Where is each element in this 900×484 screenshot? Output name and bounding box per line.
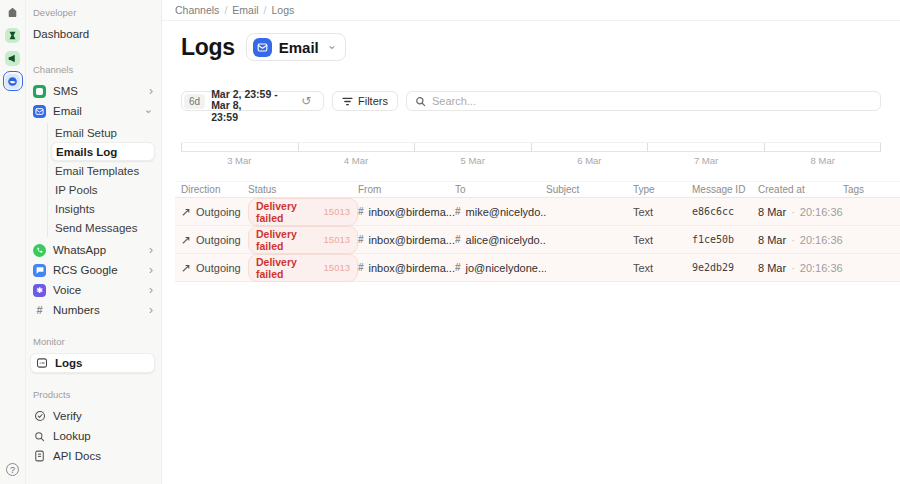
cell-created-at: 8 Mar·20:16:36: [758, 206, 843, 218]
timeline-labels: 3 Mar4 Mar5 Mar6 Mar7 Mar8 Mar: [181, 155, 881, 166]
channel-selector-dropdown[interactable]: Email ⌄: [246, 33, 346, 61]
arrow-up-right-icon: ↗: [181, 233, 191, 247]
timeline-segment: [181, 143, 298, 152]
rail-workspace-megaphone-button[interactable]: [5, 50, 21, 66]
timeline-segment: [414, 143, 531, 152]
sidebar-item-rcs-google[interactable]: RCS Google›: [33, 260, 161, 280]
section-label-channels: Channels: [33, 64, 161, 75]
date-range-picker[interactable]: 6d Mar 2, 23:59 - Mar 8, 23:59 ↺: [181, 91, 324, 111]
sidebar-subitem-label: Emails Log: [56, 146, 117, 158]
chevron-down-icon: ⌄: [144, 104, 153, 115]
sidebar-item-label: WhatsApp: [53, 244, 106, 256]
sidebar-subitem-insights[interactable]: Insights: [48, 199, 161, 218]
cell-message-id: f1ce50b: [692, 234, 758, 245]
from-address: inbox@birdema...: [369, 206, 455, 218]
column-header-subject: Subject: [546, 184, 633, 195]
message-id-value: e86c6cc: [692, 206, 734, 217]
dot-separator: ·: [791, 262, 795, 274]
rail-workspace-hourglass-button[interactable]: [5, 27, 21, 43]
rail-home-button[interactable]: [5, 4, 21, 20]
rail-workspace-bird-button[interactable]: [5, 73, 21, 89]
sidebar-item-label: Dashboard: [33, 28, 89, 40]
cell-message-id: e86c6cc: [692, 206, 758, 217]
status-code: 15013: [324, 262, 350, 273]
timeline-tick-label: 6 Mar: [531, 155, 648, 166]
timeline-axis: [181, 142, 881, 152]
home-icon: [6, 6, 19, 19]
created-time: 20:16:36: [800, 234, 843, 246]
cell-from: #inbox@birdema...: [358, 262, 455, 274]
created-time: 20:16:36: [800, 206, 843, 218]
sidebar-subitem-label: IP Pools: [55, 184, 98, 196]
sidebar-item-logs[interactable]: Logs: [30, 353, 155, 373]
sidebar-subitem-label: Insights: [55, 203, 95, 215]
rcs-icon: [33, 264, 46, 277]
table-header-row: DirectionStatusFromToSubjectTypeMessage …: [175, 181, 900, 198]
status-label: Delivery failed: [256, 200, 323, 224]
sidebar-item-api-docs[interactable]: API Docs: [33, 446, 161, 466]
sidebar-subitem-email-setup[interactable]: Email Setup: [48, 123, 161, 142]
sidebar-item-lookup[interactable]: Lookup: [33, 426, 161, 446]
sidebar-item-whatsapp[interactable]: WhatsApp›: [33, 240, 161, 260]
breadcrumb-logs[interactable]: Logs: [271, 4, 294, 16]
chevron-right-icon: ›: [149, 304, 153, 316]
breadcrumb-email[interactable]: Email: [232, 4, 258, 16]
status-label: Delivery failed: [256, 256, 323, 280]
sms-icon: [33, 85, 46, 98]
message-id-value: f1ce50b: [692, 234, 734, 245]
chevron-right-icon: ›: [149, 284, 153, 296]
status-badge: Delivery failed15013: [248, 198, 358, 226]
sidebar-subitem-emails-log[interactable]: Emails Log: [51, 142, 155, 161]
sidebar-subitem-label: Email Templates: [55, 165, 139, 177]
cell-status: Delivery failed15013: [248, 226, 358, 254]
arrow-up-right-icon: ↗: [181, 205, 191, 219]
sidebar-subitem-ip-pools[interactable]: IP Pools: [48, 180, 161, 199]
table-row[interactable]: ↗OutgoingDelivery failed15013#inbox@bird…: [175, 254, 900, 282]
dot-separator: ·: [791, 206, 795, 218]
nav-gap: [33, 44, 161, 64]
cell-direction: ↗Outgoing: [181, 261, 248, 275]
nav-gap: [33, 373, 161, 389]
workspace-megaphone-icon: [5, 51, 20, 66]
to-address: mike@nicelydo...: [466, 206, 546, 218]
hash-icon: #: [455, 206, 461, 217]
sidebar-item-label: Lookup: [53, 430, 91, 442]
column-header-created-at: Created at: [758, 184, 843, 195]
filter-icon: [342, 92, 353, 110]
from-address: inbox@birdema...: [369, 262, 455, 274]
arrow-up-right-icon: ↗: [181, 261, 191, 275]
table-row[interactable]: ↗OutgoingDelivery failed15013#inbox@bird…: [175, 226, 900, 254]
date-range-value: Mar 2, 23:59 - Mar 8, 23:59: [211, 89, 299, 124]
table-row[interactable]: ↗OutgoingDelivery failed15013#inbox@bird…: [175, 198, 900, 226]
sidebar-item-voice[interactable]: ✱Voice›: [33, 280, 161, 300]
cell-to: #mike@nicelydo...: [455, 206, 546, 218]
sidebar-subitem-email-templates[interactable]: Email Templates: [48, 161, 161, 180]
sidebar-subitem-label: Email Setup: [55, 127, 117, 139]
section-label-monitor: Monitor: [33, 336, 161, 347]
sidebar-item-label: Voice: [53, 284, 81, 296]
sidebar-item-label: Verify: [53, 410, 82, 422]
sidebar-item-dashboard[interactable]: Dashboard: [33, 24, 161, 44]
hash-icon: #: [358, 262, 364, 273]
sidebar-item-label: RCS Google: [53, 264, 118, 276]
filters-button[interactable]: Filters: [332, 91, 398, 111]
sidebar-item-verify[interactable]: Verify: [33, 406, 161, 426]
search-field[interactable]: [406, 91, 881, 111]
help-icon[interactable]: ?: [6, 463, 19, 476]
refresh-icon[interactable]: ↺: [301, 95, 311, 107]
search-input[interactable]: [432, 95, 872, 107]
email-channel-icon: [253, 38, 272, 57]
workspace-hourglass-icon: [5, 28, 20, 43]
breadcrumb-channels[interactable]: Channels: [175, 4, 219, 16]
column-header-tags: Tags: [843, 184, 900, 195]
status-label: Delivery failed: [256, 228, 323, 252]
sidebar-subitem-send-messages[interactable]: Send Messages: [48, 218, 161, 237]
timeline-segment: [298, 143, 415, 152]
status-code: 15013: [324, 234, 350, 245]
timeline-segment: [764, 143, 882, 152]
sidebar-item-numbers[interactable]: #Numbers›: [33, 300, 161, 320]
main-content: Channels / Email / Logs Logs Email ⌄ 6d …: [162, 0, 900, 484]
status-badge: Delivery failed15013: [248, 226, 358, 254]
sidebar-item-email[interactable]: Email⌄: [33, 101, 161, 121]
sidebar-item-sms[interactable]: SMS›: [33, 81, 161, 101]
